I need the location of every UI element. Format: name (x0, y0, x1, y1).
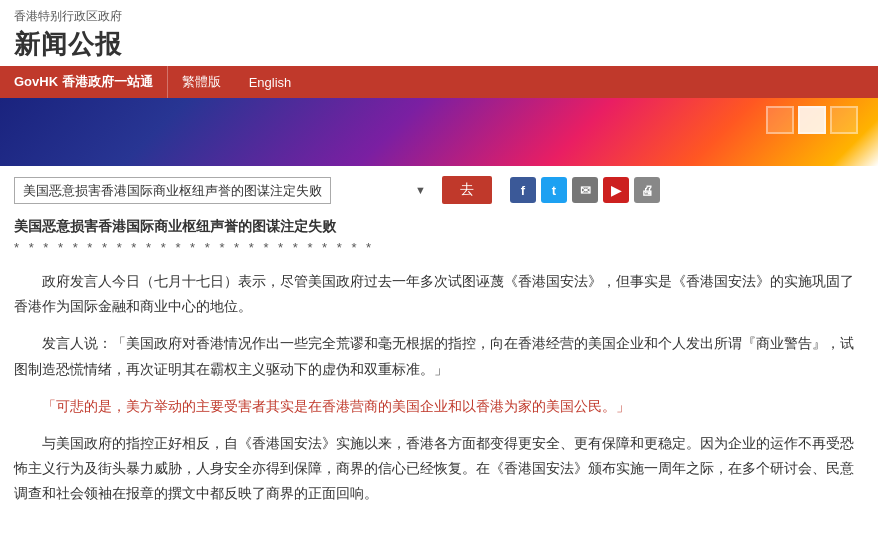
go-button[interactable]: 去 (442, 176, 492, 204)
article-highlight: 「可悲的是，美方举动的主要受害者其实是在香港营商的美国企业和以香港为家的美国公民… (14, 394, 864, 419)
banner-sq-2 (798, 106, 826, 134)
nav-bar: GovHK 香港政府一站通 繁體版 English (0, 66, 878, 98)
print-icon[interactable]: 🖨 (634, 177, 660, 203)
facebook-icon[interactable]: f (510, 177, 536, 203)
article-select[interactable]: 美国恶意损害香港国际商业枢纽声誉的图谋注定失败 (14, 177, 331, 204)
nav-english-link[interactable]: English (235, 66, 306, 98)
site-header: 香港特别行政区政府 新闻公报 (0, 0, 878, 66)
nav-trad-link[interactable]: 繁體版 (168, 66, 235, 98)
search-row: 美国恶意损害香港国际商业枢纽声誉的图谋注定失败 去 f t ✉ ▶ 🖨 (0, 166, 878, 210)
article-para-2: 发言人说：「美国政府对香港情况作出一些完全荒谬和毫无根据的指控，向在香港经营的美… (14, 331, 864, 381)
banner (0, 98, 878, 166)
youtube-icon[interactable]: ▶ (603, 177, 629, 203)
search-select-wrapper: 美国恶意损害香港国际商业枢纽声誉的图谋注定失败 (14, 177, 434, 204)
banner-sq-3 (830, 106, 858, 134)
article-stars: * * * * * * * * * * * * * * * * * * * * … (14, 240, 864, 255)
nav-govhk-link[interactable]: GovHK 香港政府一站通 (0, 66, 167, 98)
social-icons: f t ✉ ▶ 🖨 (510, 177, 660, 203)
site-title: 新闻公报 (14, 27, 864, 62)
banner-decoration (766, 106, 858, 134)
site-subtitle: 香港特别行政区政府 (14, 8, 864, 25)
article-para-1: 政府发言人今日（七月十七日）表示，尽管美国政府过去一年多次试图诬蔑《香港国安法》… (14, 269, 864, 319)
article-headline: 美国恶意损害香港国际商业枢纽声誉的图谋注定失败 (14, 218, 864, 236)
twitter-icon[interactable]: t (541, 177, 567, 203)
article-para-3: 与美国政府的指控正好相反，自《香港国安法》实施以来，香港各方面都变得更安全、更有… (14, 431, 864, 507)
banner-sq-1 (766, 106, 794, 134)
mail-icon[interactable]: ✉ (572, 177, 598, 203)
article-content: 美国恶意损害香港国际商业枢纽声誉的图谋注定失败 * * * * * * * * … (0, 210, 878, 539)
